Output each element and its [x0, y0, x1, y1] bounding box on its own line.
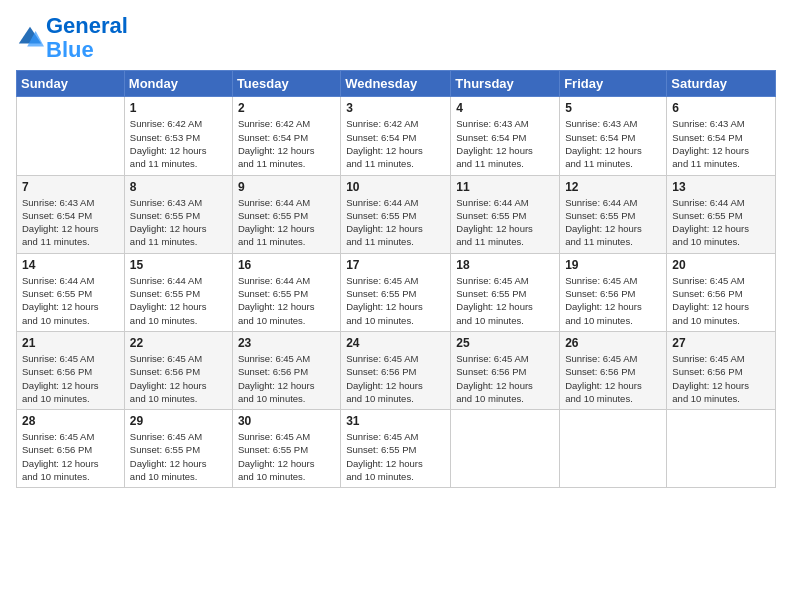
day-number: 25 — [456, 336, 554, 350]
day-number: 22 — [130, 336, 227, 350]
calendar-cell — [17, 97, 125, 175]
day-info: Sunrise: 6:45 AM Sunset: 6:56 PM Dayligh… — [565, 274, 661, 327]
day-info: Sunrise: 6:44 AM Sunset: 6:55 PM Dayligh… — [456, 196, 554, 249]
calendar-cell: 22Sunrise: 6:45 AM Sunset: 6:56 PM Dayli… — [124, 331, 232, 409]
day-info: Sunrise: 6:45 AM Sunset: 6:56 PM Dayligh… — [130, 352, 227, 405]
day-info: Sunrise: 6:45 AM Sunset: 6:56 PM Dayligh… — [565, 352, 661, 405]
calendar-cell: 11Sunrise: 6:44 AM Sunset: 6:55 PM Dayli… — [451, 175, 560, 253]
calendar-week-4: 21Sunrise: 6:45 AM Sunset: 6:56 PM Dayli… — [17, 331, 776, 409]
day-number: 26 — [565, 336, 661, 350]
day-info: Sunrise: 6:43 AM Sunset: 6:54 PM Dayligh… — [672, 117, 770, 170]
day-info: Sunrise: 6:45 AM Sunset: 6:56 PM Dayligh… — [346, 352, 445, 405]
day-number: 27 — [672, 336, 770, 350]
calendar-cell: 28Sunrise: 6:45 AM Sunset: 6:56 PM Dayli… — [17, 410, 125, 488]
calendar-cell: 2Sunrise: 6:42 AM Sunset: 6:54 PM Daylig… — [232, 97, 340, 175]
calendar-cell: 7Sunrise: 6:43 AM Sunset: 6:54 PM Daylig… — [17, 175, 125, 253]
day-number: 2 — [238, 101, 335, 115]
day-info: Sunrise: 6:45 AM Sunset: 6:55 PM Dayligh… — [456, 274, 554, 327]
calendar-header-row: SundayMondayTuesdayWednesdayThursdayFrid… — [17, 71, 776, 97]
calendar-cell: 30Sunrise: 6:45 AM Sunset: 6:55 PM Dayli… — [232, 410, 340, 488]
calendar-cell: 27Sunrise: 6:45 AM Sunset: 6:56 PM Dayli… — [667, 331, 776, 409]
calendar-cell: 9Sunrise: 6:44 AM Sunset: 6:55 PM Daylig… — [232, 175, 340, 253]
calendar-cell: 12Sunrise: 6:44 AM Sunset: 6:55 PM Dayli… — [560, 175, 667, 253]
day-number: 1 — [130, 101, 227, 115]
day-number: 9 — [238, 180, 335, 194]
calendar-week-3: 14Sunrise: 6:44 AM Sunset: 6:55 PM Dayli… — [17, 253, 776, 331]
day-number: 8 — [130, 180, 227, 194]
day-number: 18 — [456, 258, 554, 272]
day-info: Sunrise: 6:44 AM Sunset: 6:55 PM Dayligh… — [346, 196, 445, 249]
day-number: 30 — [238, 414, 335, 428]
day-number: 14 — [22, 258, 119, 272]
day-info: Sunrise: 6:45 AM Sunset: 6:56 PM Dayligh… — [22, 352, 119, 405]
day-info: Sunrise: 6:43 AM Sunset: 6:54 PM Dayligh… — [22, 196, 119, 249]
day-number: 11 — [456, 180, 554, 194]
day-info: Sunrise: 6:45 AM Sunset: 6:56 PM Dayligh… — [672, 352, 770, 405]
calendar-cell — [560, 410, 667, 488]
weekday-header-saturday: Saturday — [667, 71, 776, 97]
logo-text-line2: Blue — [46, 38, 128, 62]
day-number: 17 — [346, 258, 445, 272]
day-info: Sunrise: 6:45 AM Sunset: 6:55 PM Dayligh… — [346, 430, 445, 483]
day-number: 28 — [22, 414, 119, 428]
day-info: Sunrise: 6:45 AM Sunset: 6:56 PM Dayligh… — [238, 352, 335, 405]
day-info: Sunrise: 6:44 AM Sunset: 6:55 PM Dayligh… — [238, 274, 335, 327]
day-info: Sunrise: 6:44 AM Sunset: 6:55 PM Dayligh… — [238, 196, 335, 249]
day-number: 12 — [565, 180, 661, 194]
calendar-cell: 29Sunrise: 6:45 AM Sunset: 6:55 PM Dayli… — [124, 410, 232, 488]
day-number: 23 — [238, 336, 335, 350]
logo-icon — [16, 24, 44, 52]
day-info: Sunrise: 6:44 AM Sunset: 6:55 PM Dayligh… — [672, 196, 770, 249]
day-number: 31 — [346, 414, 445, 428]
day-info: Sunrise: 6:45 AM Sunset: 6:56 PM Dayligh… — [22, 430, 119, 483]
day-number: 24 — [346, 336, 445, 350]
day-info: Sunrise: 6:45 AM Sunset: 6:56 PM Dayligh… — [456, 352, 554, 405]
day-number: 5 — [565, 101, 661, 115]
weekday-header-tuesday: Tuesday — [232, 71, 340, 97]
calendar-cell: 8Sunrise: 6:43 AM Sunset: 6:55 PM Daylig… — [124, 175, 232, 253]
day-info: Sunrise: 6:45 AM Sunset: 6:55 PM Dayligh… — [130, 430, 227, 483]
calendar-week-1: 1Sunrise: 6:42 AM Sunset: 6:53 PM Daylig… — [17, 97, 776, 175]
calendar-cell: 31Sunrise: 6:45 AM Sunset: 6:55 PM Dayli… — [341, 410, 451, 488]
calendar-cell: 19Sunrise: 6:45 AM Sunset: 6:56 PM Dayli… — [560, 253, 667, 331]
day-number: 13 — [672, 180, 770, 194]
logo: General Blue — [16, 14, 128, 62]
page: General Blue SundayMondayTuesdayWednesda… — [0, 0, 792, 612]
day-info: Sunrise: 6:44 AM Sunset: 6:55 PM Dayligh… — [22, 274, 119, 327]
calendar-cell — [451, 410, 560, 488]
day-number: 21 — [22, 336, 119, 350]
day-info: Sunrise: 6:42 AM Sunset: 6:54 PM Dayligh… — [346, 117, 445, 170]
calendar-cell: 18Sunrise: 6:45 AM Sunset: 6:55 PM Dayli… — [451, 253, 560, 331]
day-info: Sunrise: 6:45 AM Sunset: 6:55 PM Dayligh… — [238, 430, 335, 483]
day-info: Sunrise: 6:45 AM Sunset: 6:55 PM Dayligh… — [346, 274, 445, 327]
weekday-header-thursday: Thursday — [451, 71, 560, 97]
day-number: 7 — [22, 180, 119, 194]
calendar-cell: 24Sunrise: 6:45 AM Sunset: 6:56 PM Dayli… — [341, 331, 451, 409]
calendar-cell: 13Sunrise: 6:44 AM Sunset: 6:55 PM Dayli… — [667, 175, 776, 253]
calendar-cell: 17Sunrise: 6:45 AM Sunset: 6:55 PM Dayli… — [341, 253, 451, 331]
day-number: 19 — [565, 258, 661, 272]
day-info: Sunrise: 6:43 AM Sunset: 6:54 PM Dayligh… — [565, 117, 661, 170]
calendar-cell: 10Sunrise: 6:44 AM Sunset: 6:55 PM Dayli… — [341, 175, 451, 253]
day-number: 20 — [672, 258, 770, 272]
day-info: Sunrise: 6:42 AM Sunset: 6:53 PM Dayligh… — [130, 117, 227, 170]
calendar-cell: 26Sunrise: 6:45 AM Sunset: 6:56 PM Dayli… — [560, 331, 667, 409]
calendar-week-2: 7Sunrise: 6:43 AM Sunset: 6:54 PM Daylig… — [17, 175, 776, 253]
calendar-cell: 14Sunrise: 6:44 AM Sunset: 6:55 PM Dayli… — [17, 253, 125, 331]
calendar-cell — [667, 410, 776, 488]
day-info: Sunrise: 6:44 AM Sunset: 6:55 PM Dayligh… — [130, 274, 227, 327]
weekday-header-wednesday: Wednesday — [341, 71, 451, 97]
day-info: Sunrise: 6:44 AM Sunset: 6:55 PM Dayligh… — [565, 196, 661, 249]
calendar-cell: 4Sunrise: 6:43 AM Sunset: 6:54 PM Daylig… — [451, 97, 560, 175]
day-info: Sunrise: 6:43 AM Sunset: 6:55 PM Dayligh… — [130, 196, 227, 249]
day-number: 16 — [238, 258, 335, 272]
day-info: Sunrise: 6:42 AM Sunset: 6:54 PM Dayligh… — [238, 117, 335, 170]
calendar-cell: 16Sunrise: 6:44 AM Sunset: 6:55 PM Dayli… — [232, 253, 340, 331]
day-number: 4 — [456, 101, 554, 115]
header: General Blue — [16, 10, 776, 62]
calendar-cell: 25Sunrise: 6:45 AM Sunset: 6:56 PM Dayli… — [451, 331, 560, 409]
calendar-week-5: 28Sunrise: 6:45 AM Sunset: 6:56 PM Dayli… — [17, 410, 776, 488]
calendar-cell: 1Sunrise: 6:42 AM Sunset: 6:53 PM Daylig… — [124, 97, 232, 175]
calendar-table: SundayMondayTuesdayWednesdayThursdayFrid… — [16, 70, 776, 488]
logo-text-line1: General — [46, 14, 128, 38]
